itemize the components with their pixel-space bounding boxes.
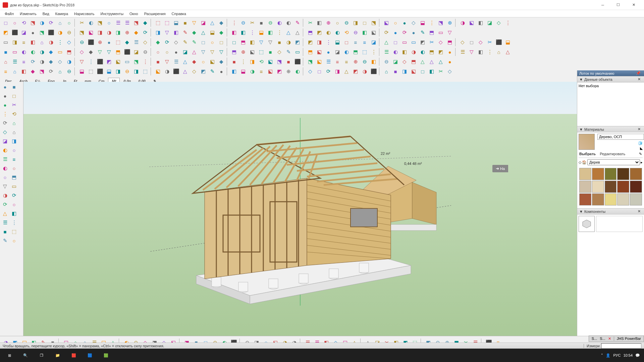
tool-btn-tr6-44[interactable]: □ [418, 67, 427, 76]
tool-btn-tr2-27[interactable]: ⬓ [257, 28, 266, 37]
home-icon[interactable]: 🏠 [582, 160, 587, 165]
close-icon[interactable]: ✕ [636, 77, 642, 81]
tool-btn-tr3-8[interactable]: ⊖ [77, 38, 86, 47]
left-tool-b-11[interactable]: ▭ [10, 182, 18, 191]
tool-btn-tr3-51[interactable]: ✂ [485, 38, 494, 47]
tool-btn-tr1-53[interactable]: ⋮ [503, 18, 512, 27]
create-material-icon[interactable]: 🧊 [638, 141, 643, 145]
tool-btn-tr3-32[interactable]: ◩ [306, 38, 315, 47]
tool-btn-tr1-20[interactable]: ▽ [190, 18, 199, 27]
materials-header[interactable]: ▼Материалы✕ [577, 126, 644, 132]
tool-btn-tr6-6[interactable]: ⌂ [56, 67, 64, 76]
tool-btn-tr1-8[interactable]: ✂ [77, 18, 86, 27]
tool-btn-tr6-7[interactable]: ⊖ [65, 67, 73, 76]
tool-btn-tr4-42[interactable]: ◧ [400, 48, 409, 56]
tool-btn-tr3-40[interactable]: △ [382, 38, 391, 47]
app-task-icon[interactable]: 🟩 [98, 349, 114, 362]
tool-btn-tr5-40[interactable]: ⊖ [382, 57, 391, 66]
tool-btn-tr1-9[interactable]: ◐ [87, 18, 95, 27]
tool-btn-tr1-25[interactable]: ⊖ [239, 18, 248, 27]
tool-btn-tr3-11[interactable]: ● [105, 38, 113, 47]
tool-btn-tr2-26[interactable]: ⋮ [248, 28, 257, 37]
tool-btn-tr1-5[interactable]: ⟳ [47, 18, 55, 27]
tool-btn-tr5-26[interactable]: ◨ [248, 57, 257, 66]
tool-btn-tr2-18[interactable]: ◧ [172, 28, 180, 37]
material-swatch-1[interactable] [592, 168, 604, 180]
left-tool-b-16[interactable]: ⬚ [10, 227, 18, 236]
tool-btn-tr3-47[interactable]: ⬒ [445, 38, 454, 47]
tool-btn-tr1-6[interactable]: ⌂ [56, 18, 64, 27]
material-swatch-10[interactable] [579, 193, 591, 205]
tool-btn-tr3-36[interactable]: □ [342, 38, 351, 47]
tool-btn-tr5-22[interactable]: ⬕ [208, 57, 217, 66]
tool-btn-tr6-21[interactable]: ◩ [199, 67, 208, 76]
tool-btn-tr3-0[interactable]: ▭ [1, 38, 10, 47]
tool-btn-tr1-27[interactable]: ■ [257, 18, 266, 27]
tool-btn-tr6-46[interactable]: ✂ [436, 67, 445, 76]
left-tool-a-17[interactable]: ✎ [1, 236, 9, 245]
tool-btn-tr1-49[interactable]: ⬕ [467, 18, 476, 27]
left-tool-a-7[interactable]: ◐ [1, 146, 9, 155]
tool-btn-tr3-50[interactable]: ◇ [476, 38, 485, 47]
tool-btn-tr5-38[interactable]: ⊖ [360, 57, 369, 66]
material-swatch-5[interactable] [579, 181, 591, 193]
tool-btn-tr3-39[interactable]: ◪ [369, 38, 378, 47]
material-name-input[interactable] [597, 134, 644, 140]
tool-btn-tr3-18[interactable]: ◇ [172, 38, 180, 47]
tool-btn-tr5-8[interactable]: ▽ [77, 57, 86, 66]
start-button[interactable]: ⊞ [1, 349, 17, 362]
tool-btn-tr1-22[interactable]: △ [208, 18, 217, 27]
tool-btn-tr1-24[interactable]: ⋮ [230, 18, 238, 27]
tool-btn-tr1-34[interactable]: ⊕ [324, 18, 333, 27]
tool-btn-tr3-30[interactable]: ◑ [284, 38, 293, 47]
tool-btn-tr4-3[interactable]: ◐ [29, 48, 37, 56]
left-tool-b-5[interactable]: ⌂ [10, 128, 18, 136]
tool-btn-tr6-26[interactable]: ◑ [248, 67, 257, 76]
tool-btn-tr4-30[interactable]: ✎ [284, 48, 293, 56]
tray-clock[interactable]: 10:54 [623, 353, 633, 357]
tool-btn-tr1-37[interactable]: ◨ [351, 18, 360, 27]
tool-btn-tr6-1[interactable]: ⌂ [10, 67, 19, 76]
tool-btn-tr5-35[interactable]: ≡ [333, 57, 342, 66]
tool-btn-tr2-6[interactable]: ◑ [56, 28, 64, 37]
left-tool-a-5[interactable]: ◇ [1, 128, 9, 136]
tool-btn-tr1-15[interactable]: ◆ [141, 18, 150, 27]
tool-btn-tr4-35[interactable]: ◪ [333, 48, 342, 56]
tool-btn-tr5-21[interactable]: ○ [199, 57, 208, 66]
left-tool-a-0[interactable]: ● [1, 82, 9, 91]
tool-btn-tr3-42[interactable]: ▭ [400, 38, 409, 47]
search-icon[interactable]: 🔍 [17, 349, 34, 362]
tool-btn-tr2-37[interactable]: ⊖ [351, 28, 360, 37]
tool-btn-tr3-19[interactable]: ✎ [181, 38, 190, 47]
tool-btn-tr5-4[interactable]: ◑ [38, 57, 46, 66]
tool-btn-tr6-30[interactable]: ⊕ [284, 67, 293, 76]
tool-btn-tr1-48[interactable]: ◑ [458, 18, 467, 27]
tool-btn-tr4-15[interactable]: ⊖ [141, 48, 150, 56]
tool-btn-tr3-48[interactable]: ◇ [458, 38, 467, 47]
tool-btn-tr5-31[interactable]: ⬛ [293, 57, 302, 66]
tray-chevron-icon[interactable]: ˄ [601, 353, 603, 358]
tool-btn-tr5-5[interactable]: ◆ [47, 57, 55, 66]
tool-btn-tr1-38[interactable]: □ [360, 18, 369, 27]
tool-btn-tr2-28[interactable]: ◧ [266, 28, 275, 37]
tool-btn-tr3-52[interactable]: ⬛ [494, 38, 503, 47]
left-tool-b-2[interactable]: ✂ [10, 101, 18, 109]
tool-btn-tr4-51[interactable]: ⋮ [485, 48, 494, 56]
tool-btn-tr5-43[interactable]: ⬒ [409, 57, 418, 66]
menu-расширения[interactable]: Расширения [142, 11, 168, 16]
menu-окно[interactable]: Окно [127, 11, 141, 16]
material-swatch-12[interactable] [605, 193, 617, 205]
tool-btn-tr6-32[interactable]: ◇ [306, 67, 315, 76]
tool-btn-tr4-34[interactable]: ● [324, 48, 333, 56]
left-tool-a-6[interactable]: ◪ [1, 137, 9, 145]
tool-btn-tr3-24[interactable]: □ [230, 38, 238, 47]
eyedropper-icon[interactable]: ✎ [639, 152, 642, 156]
tool-btn-tr6-47[interactable]: ◇ [445, 67, 454, 76]
tool-btn-tr4-47[interactable]: ● [445, 48, 454, 56]
tool-btn-tr6-31[interactable]: ◐ [293, 67, 302, 76]
tool-btn-tr4-7[interactable]: ⬒ [65, 48, 73, 56]
tool-btn-tr1-23[interactable]: ◆ [217, 18, 226, 27]
tool-btn-tr3-35[interactable]: ⬓ [333, 38, 342, 47]
tool-btn-tr2-14[interactable]: ◆ [132, 28, 141, 37]
tool-btn-tr1-45[interactable]: ⋮ [427, 18, 436, 27]
